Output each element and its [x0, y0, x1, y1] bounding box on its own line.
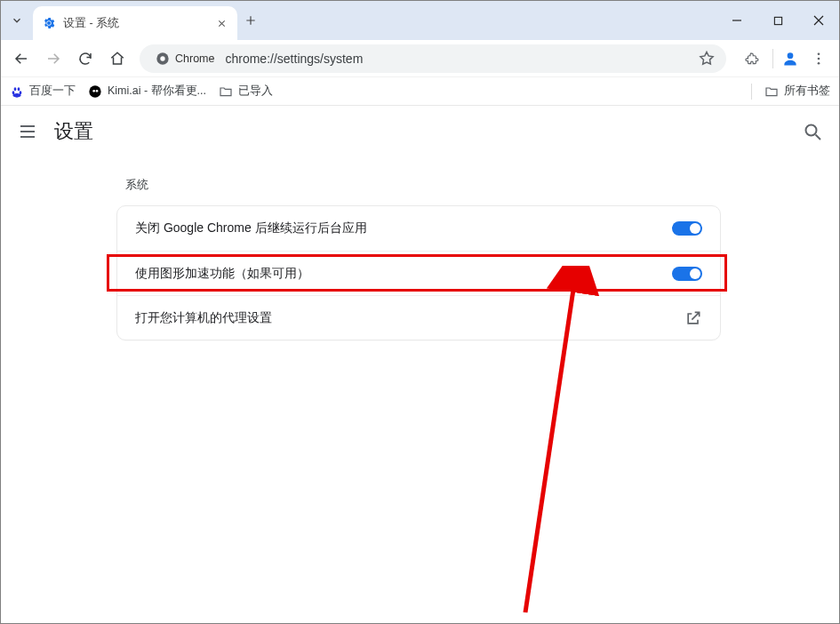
- maximize-icon: [773, 16, 783, 26]
- reload-button[interactable]: [70, 44, 100, 74]
- home-icon: [109, 51, 125, 67]
- bookmark-item-baidu[interactable]: 百度一下: [10, 84, 76, 99]
- svg-point-7: [818, 61, 820, 64]
- toggle-background-apps[interactable]: [672, 221, 702, 236]
- svg-point-5: [818, 52, 820, 55]
- svg-rect-1: [774, 17, 781, 24]
- all-bookmarks-label: 所有书签: [784, 84, 830, 99]
- tab-close-button[interactable]: [214, 16, 228, 30]
- row-label: 使用图形加速功能（如果可用）: [135, 266, 672, 282]
- svg-point-11: [806, 125, 817, 136]
- arrow-left-icon: [13, 51, 29, 67]
- folder-icon: [764, 84, 779, 99]
- chrome-icon: [156, 52, 170, 66]
- search-button[interactable]: [802, 121, 823, 142]
- profile-button[interactable]: [779, 47, 802, 70]
- toggle-graphics-acceleration[interactable]: [672, 267, 702, 281]
- row-label: 打开您计算机的代理设置: [135, 310, 684, 326]
- forward-button[interactable]: [38, 44, 68, 74]
- bookmarks-bar: 百度一下 Kimi.ai - 帮你看更... 已导入 所有书签: [1, 77, 839, 106]
- row-background-apps[interactable]: 关闭 Google Chrome 后继续运行后台应用: [117, 206, 720, 251]
- svg-point-0: [47, 21, 51, 25]
- new-tab-button[interactable]: [237, 1, 264, 40]
- folder-icon: [219, 84, 233, 99]
- bookmarks-divider: [751, 84, 752, 100]
- section-label: 系统: [125, 177, 839, 193]
- row-graphics-acceleration[interactable]: 使用图形加速功能（如果可用）: [117, 251, 720, 295]
- bookmark-item-imported[interactable]: 已导入: [219, 84, 273, 99]
- all-bookmarks-button[interactable]: 所有书签: [764, 84, 830, 99]
- toolbar-right: [737, 44, 834, 74]
- window-controls: [716, 1, 839, 40]
- menu-button[interactable]: [804, 44, 834, 74]
- person-icon: [781, 50, 799, 68]
- home-button[interactable]: [102, 44, 132, 74]
- url-text: chrome://settings/system: [225, 52, 363, 66]
- row-label: 关闭 Google Chrome 后继续运行后台应用: [135, 220, 672, 236]
- gear-icon: [42, 16, 56, 30]
- external-link-icon: [684, 309, 702, 327]
- close-icon: [217, 19, 227, 28]
- svg-point-9: [92, 90, 95, 92]
- svg-point-4: [788, 52, 794, 59]
- tab-title: 设置 - 系统: [63, 16, 214, 31]
- row-proxy-settings[interactable]: 打开您计算机的代理设置: [117, 295, 720, 340]
- settings-content: 系统 关闭 Google Chrome 后继续运行后台应用 使用图形加速功能（如…: [1, 177, 839, 624]
- plus-icon: [244, 14, 257, 27]
- settings-header: 设置: [1, 106, 839, 157]
- menu-hamburger-button[interactable]: [17, 121, 38, 142]
- browser-tab[interactable]: 设置 - 系统: [33, 6, 237, 40]
- bookmark-label: 百度一下: [29, 84, 76, 99]
- system-settings-card: 关闭 Google Chrome 后继续运行后台应用 使用图形加速功能（如果可用…: [116, 205, 721, 340]
- svg-point-10: [96, 90, 99, 92]
- extensions-button[interactable]: [737, 44, 767, 74]
- close-icon: [813, 15, 824, 26]
- bookmark-star-button[interactable]: [698, 50, 716, 68]
- address-bar[interactable]: Chrome chrome://settings/system: [140, 44, 726, 73]
- site-chip[interactable]: Chrome: [150, 52, 220, 66]
- bookmark-item-kimi[interactable]: Kimi.ai - 帮你看更...: [88, 84, 206, 99]
- browser-toolbar: Chrome chrome://settings/system: [1, 40, 839, 77]
- puzzle-icon: [744, 51, 760, 67]
- chevron-down-icon: [11, 14, 23, 27]
- title-spacer: [264, 1, 716, 40]
- toolbar-divider: [772, 49, 773, 68]
- maximize-button[interactable]: [757, 1, 798, 40]
- bookmark-label: 已导入: [238, 84, 273, 99]
- bookmark-label: Kimi.ai - 帮你看更...: [108, 84, 206, 99]
- svg-point-3: [160, 56, 164, 60]
- svg-point-6: [818, 57, 820, 60]
- kimi-icon: [88, 84, 102, 99]
- close-window-button[interactable]: [798, 1, 839, 40]
- tabs-dropdown-button[interactable]: [1, 1, 33, 40]
- back-button[interactable]: [6, 44, 36, 74]
- site-chip-label: Chrome: [175, 52, 214, 65]
- baidu-icon: [10, 84, 24, 99]
- kebab-icon: [811, 51, 827, 67]
- svg-point-8: [89, 85, 100, 97]
- arrow-right-icon: [45, 51, 61, 67]
- minimize-icon: [732, 15, 742, 26]
- reload-icon: [77, 51, 93, 67]
- window-title-bar: 设置 - 系统: [1, 1, 839, 40]
- page-title: 设置: [54, 118, 93, 145]
- minimize-button[interactable]: [716, 1, 757, 40]
